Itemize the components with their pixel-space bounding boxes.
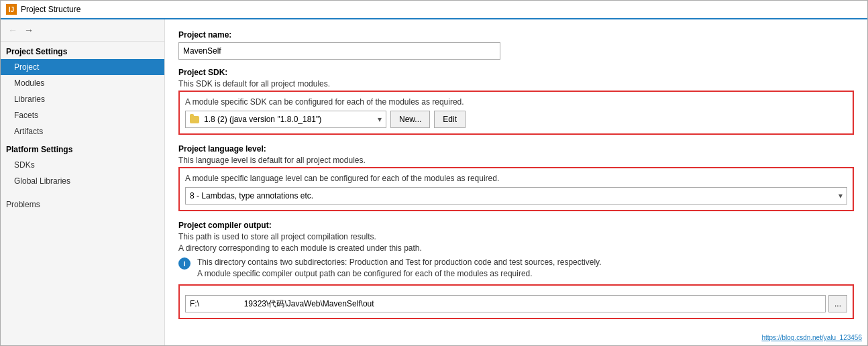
sidebar-item-libraries[interactable]: Libraries (1, 91, 164, 107)
sdk-new-button[interactable]: New... (390, 111, 430, 128)
compiler-output-input[interactable] (185, 295, 826, 312)
lang-value: 8 - Lambdas, type annotations etc. (190, 191, 313, 200)
project-name-input[interactable] (178, 42, 500, 60)
project-settings-label: Project Settings (1, 42, 164, 59)
compiler-output-text2: A directory corresponding to each module… (178, 243, 422, 253)
sidebar-item-global-libraries[interactable]: Global Libraries (1, 173, 164, 189)
compiler-output-text3: This directory contains two subdirectori… (197, 257, 602, 267)
lang-module-text: A module specific language level can be … (185, 174, 847, 183)
sidebar-item-problems[interactable]: Problems (1, 194, 164, 212)
sidebar: ← → Project Settings Project Modules Lib… (1, 19, 165, 345)
compiler-output-text1: This path is used to store all project c… (178, 232, 422, 241)
lang-highlighted-box: A module specific language level can be … (178, 167, 854, 211)
compiler-info-row: i This directory contains two subdirecto… (178, 257, 854, 280)
project-structure-window: IJ Project Structure ← → Project Setting… (0, 0, 868, 346)
sdk-edit-button[interactable]: Edit (434, 111, 466, 128)
nav-forward-button[interactable]: → (22, 23, 36, 37)
sidebar-item-facets[interactable]: Facets (1, 107, 164, 123)
sidebar-item-modules[interactable]: Modules (1, 75, 164, 91)
compiler-output-row: ... (185, 295, 847, 312)
project-name-label: Project name: (178, 30, 854, 40)
sdk-module-text: A module specific SDK can be configured … (185, 97, 847, 107)
compiler-output-label: Project compiler output: (178, 221, 422, 230)
info-icon: i (178, 257, 191, 270)
title-bar: IJ Project Structure (1, 1, 867, 19)
watermark: https://blog.csdn.net/yalu_123456 (761, 334, 862, 341)
sidebar-item-sdks[interactable]: SDKs (1, 157, 164, 173)
sdk-default-text: This SDK is default for all project modu… (178, 79, 854, 89)
compiler-output-text4: A module specific compiler output path c… (197, 269, 602, 278)
sdk-highlighted-box: A module specific SDK can be configured … (178, 91, 854, 135)
lang-default-text: This language level is default for all p… (178, 156, 854, 165)
browse-button[interactable]: ... (828, 295, 847, 312)
nav-arrows: ← → (1, 19, 164, 42)
window-title: Project Structure (21, 5, 80, 14)
sidebar-item-project[interactable]: Project (1, 59, 164, 75)
main-content: ← → Project Settings Project Modules Lib… (1, 19, 867, 345)
sdk-dropdown[interactable]: 1.8 (2) (java version "1.8.0_181") ▾ (185, 111, 386, 128)
compiler-output-section: Project compiler output: This path is us… (178, 221, 854, 255)
lang-dropdown-arrow: ▾ (838, 191, 843, 200)
project-lang-label: Project language level: (178, 144, 854, 154)
project-sdk-label: Project SDK: (178, 68, 854, 77)
platform-settings-label: Platform Settings (1, 139, 164, 157)
folder-icon (190, 116, 199, 123)
sdk-value: 1.8 (2) (java version "1.8.0_181") (204, 115, 321, 124)
sidebar-item-artifacts[interactable]: Artifacts (1, 123, 164, 139)
content-area: Project name: Project SDK: This SDK is d… (165, 19, 867, 345)
app-icon: IJ (6, 4, 17, 15)
nav-back-button[interactable]: ← (6, 23, 19, 37)
compiler-output-highlighted-box: ... (178, 284, 854, 319)
app-icon-text: IJ (9, 6, 14, 13)
sdk-row: 1.8 (2) (java version "1.8.0_181") ▾ New… (185, 111, 847, 128)
sdk-dropdown-arrow: ▾ (378, 115, 382, 124)
lang-dropdown[interactable]: 8 - Lambdas, type annotations etc. ▾ (185, 187, 847, 205)
